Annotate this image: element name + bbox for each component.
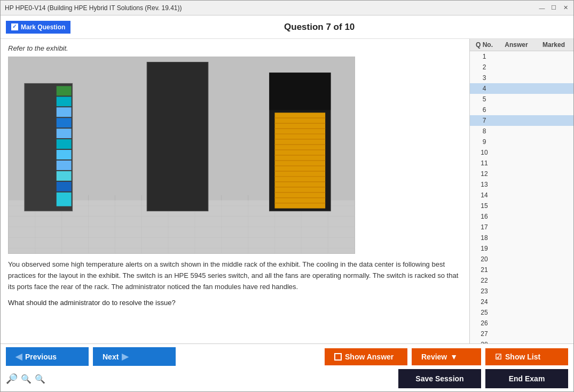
sidebar-row[interactable]: 1 — [470, 51, 573, 62]
sidebar-row-answer — [498, 234, 535, 242]
sidebar-row-answer — [498, 84, 535, 93]
sidebar-row[interactable]: 16 — [470, 211, 573, 222]
sidebar-row-marked — [535, 74, 572, 82]
main-area: Refer to the exhibit. — [1, 39, 573, 343]
sidebar-row-num: 17 — [471, 223, 498, 231]
sidebar-row-answer — [498, 202, 535, 210]
sidebar-row-num: 20 — [471, 255, 498, 263]
zoom-reset-button[interactable]: 🔍 — [21, 374, 32, 384]
sidebar-row-marked — [535, 191, 572, 199]
sidebar-row[interactable]: 18 — [470, 233, 573, 243]
sidebar-row-num: 13 — [471, 180, 498, 189]
svg-rect-28 — [57, 171, 72, 181]
next-label: Next — [103, 353, 119, 361]
mark-question-button[interactable]: Mark Question — [6, 21, 70, 34]
content-area: Refer to the exhibit. — [1, 39, 469, 343]
close-button[interactable]: ✕ — [562, 4, 569, 12]
question-prompt: What should the administrator do to reso… — [8, 299, 462, 307]
sidebar-row-marked — [535, 95, 572, 103]
refer-text: Refer to the exhibit. — [8, 44, 462, 52]
sidebar-row-marked — [535, 159, 572, 167]
show-answer-label: Show Answer — [345, 353, 394, 361]
bottom-bar-row1: ◀ Previous Next ▶ Show Answer Review ▼ ☑… — [6, 347, 568, 366]
svg-rect-30 — [57, 193, 72, 206]
sidebar-row[interactable]: 10 — [470, 147, 573, 158]
sidebar-row[interactable]: 28 — [470, 339, 573, 343]
sidebar-row-answer — [498, 116, 535, 125]
sidebar-row-marked — [535, 148, 572, 157]
sidebar-row-num: 6 — [471, 106, 498, 114]
sidebar-row-marked — [535, 84, 572, 93]
next-button[interactable]: Next ▶ — [93, 347, 176, 366]
sidebar-header: Q No. Answer Marked — [470, 39, 573, 51]
sidebar-row-marked — [535, 330, 572, 338]
session-controls: Save Session End Exam — [398, 369, 568, 388]
review-arrow-icon: ▼ — [450, 353, 458, 361]
question-body: You observed some high temperature alert… — [8, 259, 462, 292]
previous-button[interactable]: ◀ Previous — [6, 347, 89, 366]
sidebar-row[interactable]: 24 — [470, 297, 573, 307]
sidebar-row-marked — [535, 116, 572, 125]
sidebar-row-num: 15 — [471, 202, 498, 210]
sidebar-row[interactable]: 14 — [470, 190, 573, 201]
sidebar-row-answer — [498, 212, 535, 221]
sidebar-col-marked: Marked — [535, 41, 572, 49]
sidebar-row[interactable]: 13 — [470, 179, 573, 190]
sidebar-row[interactable]: 8 — [470, 126, 573, 137]
sidebar-row-answer — [498, 319, 535, 327]
sidebar-row-num: 18 — [471, 234, 498, 242]
sidebar-row[interactable]: 5 — [470, 94, 573, 105]
sidebar-row-num: 4 — [471, 84, 498, 93]
sidebar-row-marked — [535, 244, 572, 253]
sidebar-row[interactable]: 22 — [470, 275, 573, 286]
sidebar-row[interactable]: 23 — [470, 286, 573, 297]
sidebar-row-marked — [535, 298, 572, 306]
sidebar-row[interactable]: 25 — [470, 307, 573, 318]
sidebar-row[interactable]: 17 — [470, 222, 573, 233]
sidebar-row-num: 1 — [471, 52, 498, 61]
sidebar-row-num: 10 — [471, 148, 498, 157]
sidebar-row[interactable]: 4 — [470, 83, 573, 94]
sidebar-row-answer — [498, 180, 535, 189]
sidebar-row[interactable]: 15 — [470, 201, 573, 211]
sidebar-row-marked — [535, 287, 572, 295]
sidebar-row[interactable]: 21 — [470, 265, 573, 275]
sidebar-row-answer — [498, 308, 535, 317]
sidebar-row-answer — [498, 148, 535, 157]
sidebar-row[interactable]: 6 — [470, 105, 573, 115]
sidebar-row[interactable]: 19 — [470, 243, 573, 254]
sidebar-row-num: 21 — [471, 266, 498, 274]
save-session-button[interactable]: Save Session — [398, 369, 481, 388]
show-list-button[interactable]: ☑ Show List — [485, 348, 568, 365]
maximize-button[interactable]: ☐ — [550, 4, 557, 12]
minimize-button[interactable]: — — [538, 4, 546, 12]
show-answer-button[interactable]: Show Answer — [325, 348, 407, 365]
zoom-in-button[interactable]: 🔎 — [6, 373, 18, 385]
sidebar-row[interactable]: 11 — [470, 158, 573, 169]
sidebar-row-marked — [535, 52, 572, 61]
sidebar-row-num: 11 — [471, 159, 498, 167]
sidebar-row-marked — [535, 276, 572, 285]
sidebar-row[interactable]: 26 — [470, 318, 573, 329]
svg-rect-25 — [57, 139, 72, 149]
review-button[interactable]: Review ▼ — [412, 348, 481, 365]
sidebar-row[interactable]: 27 — [470, 329, 573, 339]
sidebar-row-marked — [535, 234, 572, 242]
sidebar-row[interactable]: 9 — [470, 137, 573, 147]
sidebar-row-num: 19 — [471, 244, 498, 253]
previous-label: Previous — [25, 353, 57, 361]
sidebar-row[interactable]: 2 — [470, 62, 573, 73]
sidebar-row-answer — [498, 159, 535, 167]
end-exam-button[interactable]: End Exam — [485, 369, 568, 388]
zoom-out-button[interactable]: 🔍 — [35, 374, 45, 384]
svg-rect-23 — [57, 118, 72, 127]
bottom-bar: ◀ Previous Next ▶ Show Answer Review ▼ ☑… — [1, 343, 573, 391]
sidebar-row[interactable]: 20 — [470, 254, 573, 265]
sidebar-row-answer — [498, 106, 535, 114]
sidebar-row[interactable]: 3 — [470, 73, 573, 83]
sidebar-col-qno: Q No. — [471, 41, 498, 49]
sidebar-row[interactable]: 7 — [470, 115, 573, 126]
app-window: HP HPE0-V14 (Building HPE Hybrid IT Solu… — [0, 0, 574, 392]
sidebar-row[interactable]: 12 — [470, 169, 573, 179]
svg-rect-33 — [269, 73, 331, 110]
